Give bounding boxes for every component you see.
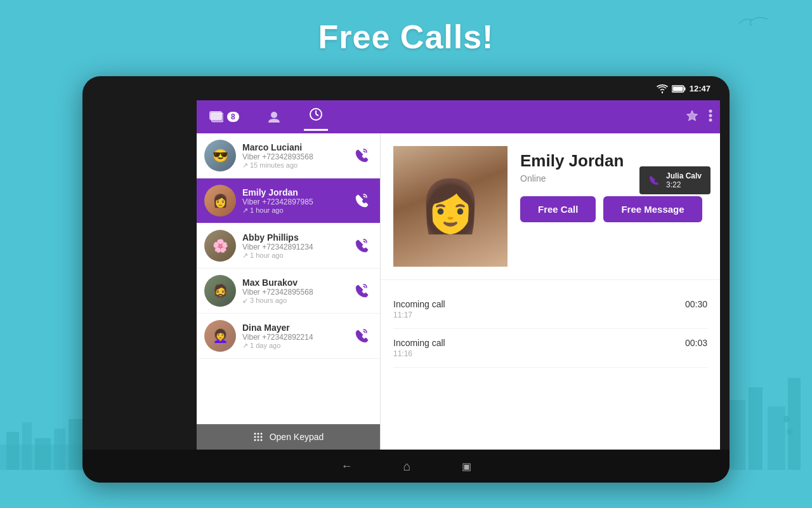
detail-info: Emily Jordan Online Free Call Free Messa… [520, 146, 707, 267]
battery-icon [672, 85, 686, 93]
detail-photo: 👩 [393, 146, 508, 267]
avatar-max: 🧔 [204, 275, 236, 307]
action-buttons: Free Call Free Message [520, 196, 707, 222]
svg-rect-19 [211, 113, 223, 122]
detail-panel: Julia Calv 3:22 👩 Emily Jordan Online Fr… [381, 133, 720, 450]
keypad-label: Open Keypad [270, 432, 324, 442]
open-keypad-button[interactable]: Open Keypad [197, 424, 380, 450]
detail-top-section: 👩 Emily Jordan Online Free Call Free Mes… [381, 133, 720, 280]
free-call-button[interactable]: Free Call [520, 196, 596, 222]
call-history: Incoming call 11:17 00:30 Incoming call … [381, 280, 720, 378]
svg-point-25 [709, 110, 712, 113]
viber-call-icon-dina [355, 328, 370, 344]
svg-marker-24 [687, 110, 698, 121]
contact-time-emily: ↗ 1 hour ago [242, 206, 352, 215]
avatar-dina: 👩‍🦱 [204, 320, 236, 352]
contact-info-marco: Marco Luciani Viber +72342893568 ↗ 15 mi… [242, 142, 352, 170]
contact-name-emily: Emily Jordan [242, 187, 352, 197]
call-time-0: 11:17 [393, 311, 445, 319]
svg-rect-12 [788, 378, 801, 470]
notif-caller-name: Julia Calv [666, 171, 702, 180]
wifi-icon [657, 84, 668, 93]
contact-item-emily[interactable]: 👩 Emily Jordan Viber +72342897985 ↗ 1 ho… [197, 178, 380, 224]
svg-point-31 [254, 436, 256, 438]
call-duration-0: 00:30 [685, 299, 707, 309]
page-title: Free Calls! [0, 18, 812, 56]
contact-phone-emily: Viber +72342897985 [242, 197, 352, 206]
contact-phone-max: Viber +72342895568 [242, 288, 352, 297]
svg-point-33 [260, 436, 262, 438]
home-button[interactable]: ⌂ [403, 459, 410, 474]
free-message-button[interactable]: Free Message [603, 196, 702, 222]
contact-item-abby[interactable]: 🌸 Abby Phillips Viber +72342891234 ↗ 1 h… [197, 224, 380, 269]
contact-name-dina: Dina Mayer [242, 323, 352, 333]
contact-info-abby: Abby Phillips Viber +72342891234 ↗ 1 hou… [242, 232, 352, 260]
svg-point-29 [257, 433, 259, 435]
svg-point-26 [709, 114, 712, 117]
status-bar: 12:47 [657, 84, 710, 93]
call-history-item-1: Incoming call 11:16 00:03 [393, 329, 707, 368]
svg-point-36 [260, 439, 262, 441]
contact-time-marco: ↗ 15 minutes ago [242, 161, 352, 170]
keypad-icon [253, 432, 263, 442]
contact-phone-marco: Viber +72342893568 [242, 152, 352, 161]
incoming-call-notification[interactable]: Julia Calv 3:22 [639, 166, 710, 194]
svg-point-14 [787, 429, 793, 435]
detail-avatar-emoji: 👩 [419, 177, 482, 236]
viber-call-icon-abby [355, 238, 370, 253]
contact-time-abby: ↗ 1 hour ago [242, 251, 352, 260]
avatar-emily: 👩 [204, 185, 236, 217]
svg-point-35 [257, 439, 259, 441]
notif-call-icon [648, 175, 660, 186]
call-icon-dina[interactable] [352, 326, 372, 346]
svg-point-30 [260, 433, 262, 435]
contact-info-max: Max Burakov Viber +72342895568 ↙ 3 hours… [242, 277, 352, 305]
recents-button[interactable]: ▣ [462, 460, 471, 472]
call-icon-max[interactable] [352, 281, 372, 301]
main-area: 😎 Marco Luciani Viber +72342893568 ↗ 15 … [197, 133, 720, 450]
call-icon-emily[interactable] [352, 190, 372, 211]
viber-call-icon-active [355, 193, 370, 208]
call-time-1: 11:16 [393, 349, 445, 358]
topbar-actions [686, 109, 712, 124]
call-type-0: Incoming call [393, 299, 445, 309]
viber-call-icon [355, 148, 370, 163]
contact-info-dina: Dina Mayer Viber +72342892214 ↗ 1 day ag… [242, 323, 352, 350]
contact-name-max: Max Burakov [242, 277, 352, 288]
contact-time-dina: ↗ 1 day ago [242, 342, 352, 350]
tab-contacts[interactable] [262, 107, 286, 126]
more-button[interactable] [709, 109, 712, 124]
svg-point-20 [271, 112, 277, 118]
android-nav-bar: ← ⌂ ▣ [82, 450, 730, 483]
recents-icon [309, 107, 323, 121]
svg-point-34 [254, 439, 256, 441]
tablet-frame: 12:47 8 [82, 76, 730, 483]
svg-point-13 [783, 416, 790, 422]
contact-item-max[interactable]: 🧔 Max Burakov Viber +72342895568 ↙ 3 hou… [197, 269, 380, 314]
contact-phone-dina: Viber +72342892214 [242, 333, 352, 342]
call-icon-marco[interactable] [352, 145, 372, 166]
notif-call-time: 3:22 [666, 180, 702, 189]
contact-item-dina[interactable]: 👩‍🦱 Dina Mayer Viber +72342892214 ↗ 1 da… [197, 314, 380, 359]
app-topbar: 8 [197, 100, 720, 133]
svg-rect-17 [672, 86, 683, 91]
star-icon [686, 109, 698, 122]
tab-chats[interactable]: 8 [204, 109, 244, 125]
avatar-abby: 🌸 [204, 230, 236, 262]
svg-rect-16 [684, 87, 685, 90]
viber-call-icon-max [355, 283, 370, 298]
time-display: 12:47 [690, 84, 710, 93]
contact-name-abby: Abby Phillips [242, 232, 352, 243]
call-history-item-0: Incoming call 11:17 00:30 [393, 290, 707, 329]
tab-recents[interactable] [304, 105, 328, 131]
call-icon-abby[interactable] [352, 236, 372, 256]
favorites-button[interactable] [686, 109, 698, 124]
chat-badge: 8 [227, 112, 239, 122]
back-button[interactable]: ← [341, 460, 352, 473]
svg-rect-11 [768, 406, 785, 470]
contact-item-marco[interactable]: 😎 Marco Luciani Viber +72342893568 ↗ 15 … [197, 133, 380, 178]
call-type-1: Incoming call [393, 338, 445, 348]
svg-line-23 [316, 114, 318, 116]
chat-icon [209, 111, 223, 123]
avatar-marco: 😎 [204, 140, 236, 171]
